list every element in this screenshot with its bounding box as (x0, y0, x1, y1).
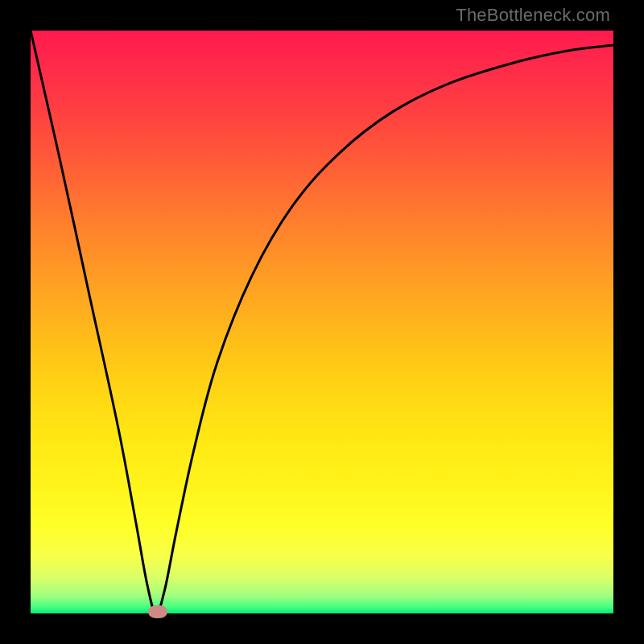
watermark-text: TheBottleneck.com (456, 5, 610, 26)
bottleneck-curve (31, 31, 613, 613)
plot-area (31, 31, 613, 613)
minimum-marker (148, 605, 167, 618)
curve-svg (31, 31, 613, 613)
chart-frame: TheBottleneck.com (0, 0, 644, 644)
